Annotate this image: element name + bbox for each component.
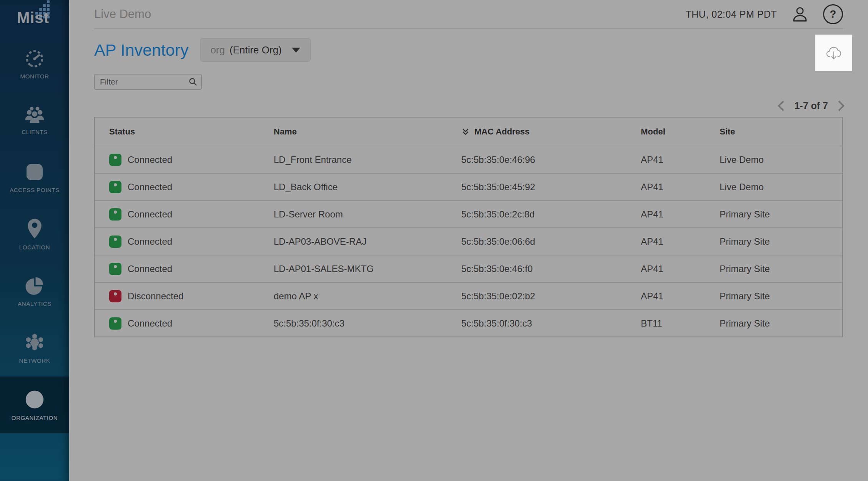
help-icon: ? xyxy=(830,8,836,20)
status-led-icon xyxy=(109,263,121,275)
table-row[interactable]: Connected LD_Back Office 5c:5b:35:0e:45:… xyxy=(95,173,842,200)
status-text: Disconnected xyxy=(128,291,183,302)
ap-model: AP41 xyxy=(641,264,720,274)
app-window: Mist MONITOR xyxy=(0,0,868,481)
status-led-icon xyxy=(109,208,121,221)
filter-input[interactable] xyxy=(94,74,202,90)
ap-name: demo AP x xyxy=(274,291,461,302)
search-icon xyxy=(188,77,198,86)
pagination: 1-7 of 7 xyxy=(94,100,843,112)
sidebar-item-label: MONITOR xyxy=(20,73,49,80)
table-row[interactable]: Connected 5c:5b:35:0f:30:c3 5c:5b:35:0f:… xyxy=(95,309,842,337)
sidebar-item-label: CLIENTS xyxy=(22,129,48,135)
org-scope-dropdown[interactable]: org (Entire Org) xyxy=(200,38,310,62)
ap-name: LD_Front Entrance xyxy=(274,154,461,165)
sidebar-item-access-points[interactable]: ACCESS POINTS xyxy=(0,149,69,206)
page-title: AP Inventory xyxy=(94,41,188,60)
ap-name: LD-AP03-ABOVE-RAJ xyxy=(274,236,461,247)
sidebar: Mist MONITOR xyxy=(0,0,69,481)
chevron-right-icon[interactable] xyxy=(834,101,845,111)
sidebar-item-label: NETWORK xyxy=(19,357,50,364)
column-header-name[interactable]: Name xyxy=(274,127,461,137)
map-pin-icon xyxy=(25,218,44,240)
clock-text: THU, 02:04 PM PDT xyxy=(685,9,777,20)
gauge-icon xyxy=(24,48,45,69)
sidebar-item-location[interactable]: LOCATION xyxy=(0,206,69,263)
ap-mac: 5c:5b:35:0e:02:b2 xyxy=(461,291,641,302)
status-text: Connected xyxy=(128,318,172,329)
ap-mac: 5c:5b:35:0f:30:c3 xyxy=(461,318,641,329)
ap-site: Primary Site xyxy=(720,236,842,247)
sidebar-item-label: ACCESS POINTS xyxy=(10,187,60,193)
page-title-row: AP Inventory org (Entire Org) xyxy=(94,38,843,62)
main-content: Live Demo THU, 02:04 PM PDT ? AP Invento… xyxy=(69,0,868,481)
table-row[interactable]: Connected LD-AP01-SALES-MKTG 5c:5b:35:0e… xyxy=(95,255,842,282)
table-header-row: Status Name MAC Address Model Site xyxy=(95,118,842,146)
export-inventory-button[interactable] xyxy=(815,35,852,71)
ap-site: Primary Site xyxy=(720,264,842,274)
scope-value-label: (Entire Org) xyxy=(229,44,282,56)
status-led-icon xyxy=(109,317,121,330)
filter-row xyxy=(94,74,202,90)
status-led-icon xyxy=(109,290,121,302)
status-led-icon xyxy=(109,181,121,193)
column-header-site[interactable]: Site xyxy=(720,127,842,137)
status-led-icon xyxy=(109,236,121,248)
table-row[interactable]: Connected LD-Server Room 5c:5b:35:0e:2c:… xyxy=(95,200,842,227)
status-led-icon xyxy=(109,154,121,166)
sidebar-item-clients[interactable]: CLIENTS xyxy=(0,92,69,149)
help-button[interactable]: ? xyxy=(823,4,843,24)
ap-mac: 5c:5b:35:0e:46:f0 xyxy=(461,264,641,274)
ap-site: Live Demo xyxy=(720,154,842,165)
status-text: Connected xyxy=(128,182,172,192)
ap-inventory-table: Status Name MAC Address Model Site Conne… xyxy=(94,117,843,337)
ap-model: AP41 xyxy=(641,182,720,192)
chevron-left-icon[interactable] xyxy=(778,101,788,111)
top-bar: Live Demo THU, 02:04 PM PDT ? xyxy=(69,0,868,28)
cloud-download-icon xyxy=(826,46,842,60)
status-text: Connected xyxy=(128,209,172,220)
sidebar-item-network[interactable]: NETWORK xyxy=(0,320,69,377)
sidebar-item-monitor[interactable]: MONITOR xyxy=(0,35,69,92)
status-text: Connected xyxy=(128,264,172,274)
ap-name: LD_Back Office xyxy=(274,182,461,192)
user-account-button[interactable] xyxy=(792,6,808,23)
mist-logo-text: Mist xyxy=(17,9,49,27)
status-text: Connected xyxy=(128,154,172,165)
ap-mac: 5c:5b:35:0e:06:6d xyxy=(461,236,641,247)
ap-model: AP41 xyxy=(641,154,720,165)
ap-mac: 5c:5b:35:0e:2c:8d xyxy=(461,209,641,220)
ap-site: Primary Site xyxy=(720,291,842,302)
mist-logo[interactable]: Mist xyxy=(0,0,69,35)
table-row[interactable]: Disconnected demo AP x 5c:5b:35:0e:02:b2… xyxy=(95,282,842,309)
org-name-title: Live Demo xyxy=(94,7,151,21)
column-header-mac[interactable]: MAC Address xyxy=(461,127,641,137)
column-header-model[interactable]: Model xyxy=(641,127,720,137)
scope-prefix-label: org xyxy=(210,44,225,56)
sidebar-item-label: LOCATION xyxy=(19,244,50,250)
ap-site: Primary Site xyxy=(720,209,842,220)
globe-icon xyxy=(24,389,45,410)
sort-descending-icon xyxy=(461,128,470,136)
ap-model: AP41 xyxy=(641,291,720,302)
chevron-down-icon xyxy=(292,48,300,53)
pagination-range: 1-7 of 7 xyxy=(794,100,828,111)
table-row[interactable]: Connected LD_Front Entrance 5c:5b:35:0e:… xyxy=(95,146,842,173)
sidebar-item-organization[interactable]: ORGANIZATION xyxy=(0,377,69,433)
ap-name: LD-AP01-SALES-MKTG xyxy=(274,264,461,274)
sidebar-item-analytics[interactable]: ANALYTICS xyxy=(0,263,69,320)
sidebar-item-label: ORGANIZATION xyxy=(12,415,58,421)
ap-model: AP41 xyxy=(641,236,720,247)
ap-name: LD-Server Room xyxy=(274,209,461,220)
clients-group-icon xyxy=(24,106,45,124)
header-divider xyxy=(94,28,843,29)
ap-model: BT11 xyxy=(641,318,720,329)
column-header-status[interactable]: Status xyxy=(95,127,274,137)
ap-mac: 5c:5b:35:0e:45:92 xyxy=(461,182,641,192)
sidebar-item-label: ANALYTICS xyxy=(18,300,52,307)
ap-model: AP41 xyxy=(641,209,720,220)
table-row[interactable]: Connected LD-AP03-ABOVE-RAJ 5c:5b:35:0e:… xyxy=(95,227,842,255)
hexagon-network-icon xyxy=(24,332,45,353)
ap-site: Live Demo xyxy=(720,182,842,192)
ap-site: Primary Site xyxy=(720,318,842,329)
